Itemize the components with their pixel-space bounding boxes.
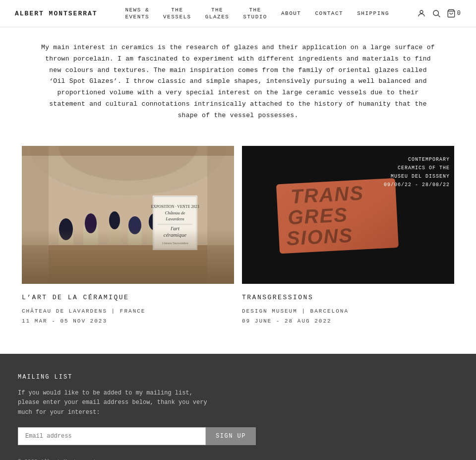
exhibition-card-art-ceramique[interactable]: EXPOSITION · VENTE 2023 Château de Lavar… bbox=[18, 146, 238, 324]
svg-text:MUSEU DEL DISSENY: MUSEU DEL DISSENY bbox=[391, 174, 450, 179]
site-logo[interactable]: ALBERT MONTSERRAT bbox=[15, 10, 98, 17]
svg-text:Lavardens: Lavardens bbox=[165, 216, 184, 221]
exhibition-title-art-ceramique: L’ART DE LA CÉRAMIQUE bbox=[22, 294, 234, 301]
svg-rect-17 bbox=[168, 228, 182, 245]
svg-text:céramique: céramique bbox=[164, 232, 187, 238]
svg-rect-15 bbox=[128, 228, 142, 245]
nav-the-studio[interactable]: THE STUDIO bbox=[236, 6, 274, 21]
account-icon[interactable] bbox=[417, 9, 426, 18]
nav-shipping[interactable]: SHIPPING bbox=[350, 10, 396, 17]
site-footer: MAILING LIST If you would like to be add… bbox=[0, 354, 476, 460]
svg-rect-7 bbox=[22, 245, 234, 284]
nav-the-vessels[interactable]: THE VESSELS bbox=[156, 6, 198, 21]
svg-point-18 bbox=[59, 218, 73, 240]
nav-the-glazes[interactable]: THE GLAZES bbox=[198, 6, 237, 21]
cart-icon[interactable]: 0 bbox=[447, 9, 461, 18]
exhibition-card-transgressions[interactable]: TRANS GRES SIONS CONTEMPORARY bbox=[238, 146, 458, 324]
nav-icons: 0 bbox=[417, 9, 461, 18]
mailing-form: SIGN UP bbox=[18, 427, 256, 445]
cart-count: 0 bbox=[457, 10, 461, 17]
exhibition-location-art-ceramique: CHÂTEAU DE LAVARDENS | FRANCE bbox=[22, 308, 234, 314]
nav-news-events[interactable]: NEWS & EVENTS bbox=[118, 6, 156, 21]
email-input[interactable] bbox=[18, 427, 206, 445]
nav-about[interactable]: ABOUT bbox=[274, 10, 308, 17]
mailing-list-title: MAILING LIST bbox=[18, 374, 458, 381]
exhibition-dates-transgressions: 09 JUNE - 28 AUG 2022 bbox=[242, 318, 454, 324]
exhibitions-section: EXPOSITION · VENTE 2023 Château de Lavar… bbox=[0, 126, 476, 354]
intro-text: My main interest in ceramics is the rese… bbox=[40, 42, 436, 121]
svg-rect-13 bbox=[83, 225, 98, 245]
svg-text:l'art: l'art bbox=[171, 225, 180, 231]
signup-button[interactable]: SIGN UP bbox=[206, 427, 256, 445]
svg-text:09/06/22 - 28/08/22: 09/06/22 - 28/08/22 bbox=[384, 182, 450, 188]
exhibition-dates-art-ceramique: 11 MAR - 05 NOV 2023 bbox=[22, 318, 234, 324]
svg-point-19 bbox=[85, 213, 97, 233]
svg-line-2 bbox=[438, 15, 440, 17]
footer-copyright: © 2023 Albert Montserrat. Powered by Sho… bbox=[18, 457, 458, 460]
svg-text:CONTEMPORARY: CONTEMPORARY bbox=[408, 157, 450, 162]
svg-rect-10 bbox=[207, 146, 234, 284]
main-nav: NEWS & EVENTS THE VESSELS THE GLAZES THE… bbox=[118, 6, 396, 21]
site-header: ALBERT MONTSERRAT NEWS & EVENTS THE VESS… bbox=[0, 0, 476, 27]
exhibition-location-transgressions: DESIGN MUSEUM | BARCELONA bbox=[242, 308, 454, 314]
svg-text:Château de: Château de bbox=[165, 210, 185, 215]
svg-rect-12 bbox=[59, 230, 73, 245]
svg-point-0 bbox=[420, 10, 423, 13]
svg-point-20 bbox=[109, 211, 120, 229]
svg-rect-11 bbox=[22, 146, 234, 156]
mailing-list-text: If you would like to be added to my mail… bbox=[18, 389, 216, 417]
nav-contact[interactable]: CONTACT bbox=[308, 10, 350, 17]
svg-rect-8 bbox=[22, 250, 234, 284]
exhibition-title-transgressions: TRANSGRESSIONS bbox=[242, 294, 454, 301]
copyright-text: © 2023 Albert Montserrat. bbox=[18, 457, 458, 460]
intro-section: My main interest in ceramics is the rese… bbox=[20, 27, 456, 126]
svg-point-21 bbox=[128, 216, 141, 234]
svg-text:EXPOSITION · VENTE 2023: EXPOSITION · VENTE 2023 bbox=[151, 204, 199, 209]
svg-text:SIONS: SIONS bbox=[286, 224, 354, 250]
svg-text:11mars·5novembre: 11mars·5novembre bbox=[162, 241, 188, 245]
exhibition-image-art-ceramique: EXPOSITION · VENTE 2023 Château de Lavar… bbox=[22, 146, 234, 284]
search-icon[interactable] bbox=[432, 9, 441, 18]
exhibition-image-transgressions: TRANS GRES SIONS CONTEMPORARY bbox=[242, 146, 454, 284]
svg-point-1 bbox=[433, 10, 439, 16]
svg-text:CERAMICS OF THE: CERAMICS OF THE bbox=[398, 165, 450, 171]
svg-text:TRANS: TRANS bbox=[290, 182, 364, 208]
svg-rect-9 bbox=[22, 146, 49, 284]
